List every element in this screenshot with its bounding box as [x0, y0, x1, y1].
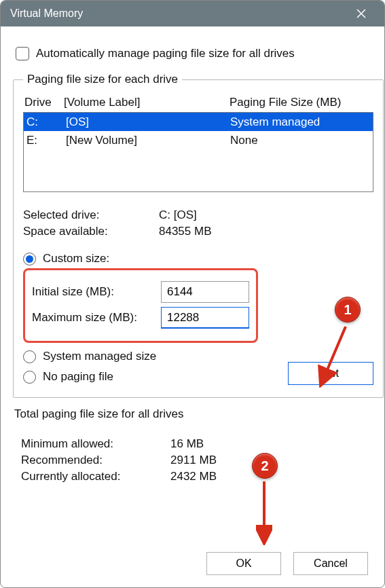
space-label: Space available:: [23, 225, 159, 238]
selected-drive-label: Selected drive:: [23, 208, 159, 222]
space-value: 84355 MB: [159, 225, 212, 238]
window-title: Virtual Memory: [10, 7, 348, 20]
drive-row[interactable]: C: [OS] System managed: [24, 113, 373, 131]
initial-size-input[interactable]: [161, 281, 249, 303]
cell-size: None: [230, 134, 373, 147]
hdr-drive: Drive: [24, 96, 64, 109]
annotation-arrow-1-icon: [316, 323, 351, 388]
size-highlight-box: Initial size (MB): Maximum size (MB):: [23, 268, 258, 343]
group1-legend: Paging file size for each drive: [23, 73, 182, 86]
initial-size-label: Initial size (MB):: [32, 285, 161, 299]
custom-size-radio-row: Custom size:: [23, 252, 373, 265]
custom-size-radio[interactable]: [23, 253, 36, 265]
cell-drive: C:: [26, 115, 66, 129]
maximum-size-input[interactable]: [161, 307, 249, 329]
close-button[interactable]: [348, 1, 375, 26]
drive-list[interactable]: C: [OS] System managed E: [New Volume] N…: [23, 112, 373, 192]
auto-manage-checkbox[interactable]: [16, 47, 29, 60]
custom-size-label: Custom size:: [43, 252, 109, 265]
maximum-size-label: Maximum size (MB):: [32, 311, 161, 325]
system-managed-label: System managed size: [43, 350, 156, 363]
drive-list-header: Drive [Volume Label] Paging File Size (M…: [23, 96, 373, 112]
space-row: Space available: 84355 MB: [23, 225, 373, 238]
cell-size: System managed: [230, 115, 373, 129]
no-paging-label: No paging file: [43, 370, 113, 384]
auto-manage-label: Automatically manage paging file size fo…: [36, 47, 295, 60]
annotation-marker-1: 1: [335, 297, 361, 323]
hdr-volume: [Volume Label]: [64, 96, 230, 109]
total-paging-section: Total paging file size for all drives Mi…: [13, 407, 372, 483]
recommended-value: 2911 MB: [170, 454, 217, 467]
currently-allocated-label: Currently allocated:: [21, 470, 170, 483]
cancel-button[interactable]: Cancel: [293, 552, 368, 575]
annotation-marker-2: 2: [252, 453, 278, 479]
annotation-arrow-2-icon: [256, 479, 272, 545]
cell-volume: [New Volume]: [66, 134, 230, 147]
system-managed-radio[interactable]: [23, 350, 36, 363]
auto-manage-row: Automatically manage paging file size fo…: [16, 47, 369, 60]
close-icon: [356, 9, 366, 18]
cell-drive: E:: [26, 134, 66, 147]
selected-drive-value: C: [OS]: [159, 208, 197, 222]
recommended-label: Recommended:: [21, 454, 170, 467]
no-paging-radio[interactable]: [23, 371, 36, 384]
titlebar: Virtual Memory: [1, 1, 384, 26]
currently-allocated-value: 2432 MB: [170, 470, 217, 483]
hdr-size: Paging File Size (MB): [230, 96, 372, 109]
footer-buttons: OK Cancel: [206, 552, 368, 575]
selected-drive-row: Selected drive: C: [OS]: [23, 208, 373, 222]
cell-volume: [OS]: [66, 115, 230, 129]
min-allowed-value: 16 MB: [170, 437, 204, 451]
min-allowed-label: Minimum allowed:: [21, 437, 170, 451]
drive-row[interactable]: E: [New Volume] None: [24, 131, 373, 149]
ok-button[interactable]: OK: [206, 552, 281, 575]
